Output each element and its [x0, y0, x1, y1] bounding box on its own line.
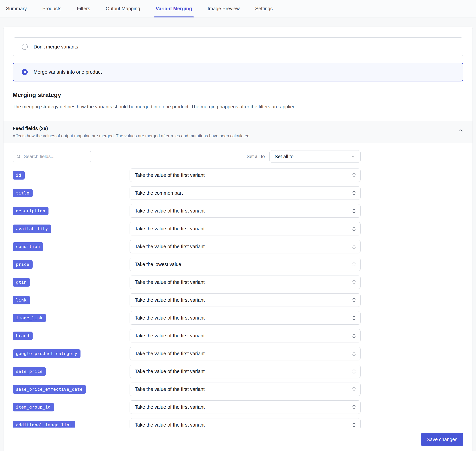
field-merge-strategy-value: Take the value of the first variant	[135, 422, 205, 427]
unfold-more-icon	[352, 422, 356, 428]
field-name-pill: google_product_category	[13, 349, 81, 358]
field-merge-strategy-value: Take the value of the first variant	[135, 386, 205, 392]
field-row: google_product_category Take the value o…	[13, 347, 361, 360]
field-name-column: sale_price	[13, 367, 130, 376]
search-icon	[16, 154, 21, 159]
field-merge-strategy-value: Take the value of the first variant	[135, 208, 205, 214]
set-all-select-value: Set all to...	[275, 154, 298, 159]
tab-item[interactable]: Filters	[77, 0, 90, 17]
search-fields-box	[13, 151, 91, 162]
feed-fields-header: Feed fields (26) Affects how the values …	[4, 121, 472, 143]
field-merge-strategy-value: Take the value of the first variant	[135, 333, 205, 338]
field-name-pill: availability	[13, 225, 51, 233]
field-merge-strategy-select[interactable]: Take the value of the first variant	[130, 400, 361, 414]
field-merge-strategy-value: Take the value of the first variant	[135, 226, 205, 232]
field-name-column: condition	[13, 242, 130, 251]
radio-unselected-icon[interactable]	[22, 44, 28, 50]
field-merge-strategy-value: Take the value of the first variant	[135, 369, 205, 374]
field-merge-strategy-value: Take the value of the first variant	[135, 244, 205, 249]
tab-item[interactable]: Settings	[255, 0, 273, 17]
feed-fields-content: Set all to Set all to... id Take the	[13, 150, 361, 427]
unfold-more-icon	[352, 226, 356, 232]
field-merge-strategy-select[interactable]: Take the value of the first variant	[130, 329, 361, 342]
field-name-pill: description	[13, 207, 49, 215]
field-merge-strategy-select[interactable]: Take the value of the first variant	[130, 382, 361, 396]
field-row: title Take the common part	[13, 186, 361, 200]
field-merge-strategy-value: Take the lowest value	[135, 262, 181, 267]
unfold-more-icon	[352, 262, 356, 267]
radio-selected-icon[interactable]	[22, 69, 28, 75]
unfold-more-icon	[352, 279, 356, 285]
feed-fields-list: id Take the value of the first variant t…	[13, 169, 361, 427]
field-name-pill: image_link	[13, 314, 46, 322]
field-merge-strategy-value: Take the common part	[135, 190, 183, 196]
field-row: condition Take the value of the first va…	[13, 240, 361, 253]
field-merge-strategy-select[interactable]: Take the value of the first variant	[130, 276, 361, 289]
merging-strategy-description: The merging strategy defines how the var…	[13, 104, 463, 110]
unfold-more-icon	[352, 333, 356, 339]
merging-strategy-title: Merging strategy	[13, 92, 463, 99]
field-name-pill: sale_price	[13, 367, 46, 376]
field-name-column: description	[13, 207, 130, 215]
field-row: sale_price_effective_date Take the value…	[13, 382, 361, 396]
option-label: Merge variants into one product	[34, 69, 102, 75]
field-merge-strategy-select[interactable]: Take the value of the first variant	[130, 418, 361, 427]
feed-fields-subtitle: Affects how the values of output mapping…	[13, 133, 249, 138]
field-name-pill: condition	[13, 242, 43, 251]
chevron-up-icon	[458, 128, 463, 133]
field-merge-strategy-select[interactable]: Take the value of the first variant	[130, 169, 361, 182]
field-merge-strategy-value: Take the value of the first variant	[135, 315, 205, 321]
save-changes-button[interactable]: Save changes	[421, 433, 463, 446]
field-name-pill: additional_image_link	[13, 421, 75, 428]
field-merge-strategy-select[interactable]: Take the value of the first variant	[130, 204, 361, 218]
field-merge-strategy-select[interactable]: Take the value of the first variant	[130, 365, 361, 378]
tab-item[interactable]: Summary	[6, 0, 27, 17]
unfold-more-icon	[352, 297, 356, 303]
field-merge-strategy-value: Take the value of the first variant	[135, 351, 205, 356]
field-merge-strategy-value: Take the value of the first variant	[135, 404, 205, 410]
field-name-pill: title	[13, 189, 32, 197]
field-merge-strategy-select[interactable]: Take the common part	[130, 186, 361, 200]
field-merge-strategy-value: Take the value of the first variant	[135, 172, 205, 178]
chevron-down-icon	[350, 154, 356, 159]
tab-item[interactable]: Output Mapping	[106, 0, 140, 17]
field-name-column: availability	[13, 225, 130, 233]
field-row: item_group_id Take the value of the firs…	[13, 400, 361, 414]
field-row: gtin Take the value of the first variant	[13, 276, 361, 289]
tab-item[interactable]: Variant Merging	[156, 0, 192, 17]
collapse-section-button[interactable]	[458, 128, 463, 133]
field-name-pill: id	[13, 171, 25, 180]
field-name-pill: link	[13, 296, 30, 304]
option-merge-variants[interactable]: Merge variants into one product	[13, 63, 463, 81]
unfold-more-icon	[352, 404, 356, 410]
variant-merging-panel: Don't merge variants Merge variants into…	[3, 26, 473, 451]
set-all-select[interactable]: Set all to...	[269, 150, 361, 163]
field-row: availability Take the value of the first…	[13, 222, 361, 235]
field-name-column: gtin	[13, 278, 130, 287]
feed-fields-header-text: Feed fields (26) Affects how the values …	[13, 126, 249, 138]
field-merge-strategy-select[interactable]: Take the value of the first variant	[130, 222, 361, 235]
field-row: description Take the value of the first …	[13, 204, 361, 218]
field-name-column: link	[13, 296, 130, 304]
tab-item[interactable]: Image Preview	[208, 0, 240, 17]
field-row: brand Take the value of the first varian…	[13, 329, 361, 342]
field-row: sale_price Take the value of the first v…	[13, 365, 361, 378]
field-merge-strategy-select[interactable]: Take the lowest value	[130, 258, 361, 271]
field-name-column: image_link	[13, 314, 130, 322]
field-merge-strategy-select[interactable]: Take the value of the first variant	[130, 311, 361, 325]
field-row: link Take the value of the first variant	[13, 293, 361, 307]
fields-controls-row: Set all to Set all to...	[13, 150, 361, 163]
set-all-label: Set all to	[247, 154, 265, 159]
field-merge-strategy-select[interactable]: Take the value of the first variant	[130, 293, 361, 307]
field-merge-strategy-value: Take the value of the first variant	[135, 279, 205, 285]
field-name-column: item_group_id	[13, 403, 130, 411]
field-merge-strategy-select[interactable]: Take the value of the first variant	[130, 240, 361, 253]
field-name-pill: sale_price_effective_date	[13, 385, 86, 394]
tab-item[interactable]: Products	[42, 0, 62, 17]
unfold-more-icon	[352, 172, 356, 178]
search-fields-input[interactable]	[23, 154, 88, 159]
option-dont-merge-variants[interactable]: Don't merge variants	[13, 38, 463, 56]
field-merge-strategy-select[interactable]: Take the value of the first variant	[130, 347, 361, 360]
field-name-column: additional_image_link	[13, 421, 130, 428]
field-name-column: brand	[13, 332, 130, 340]
